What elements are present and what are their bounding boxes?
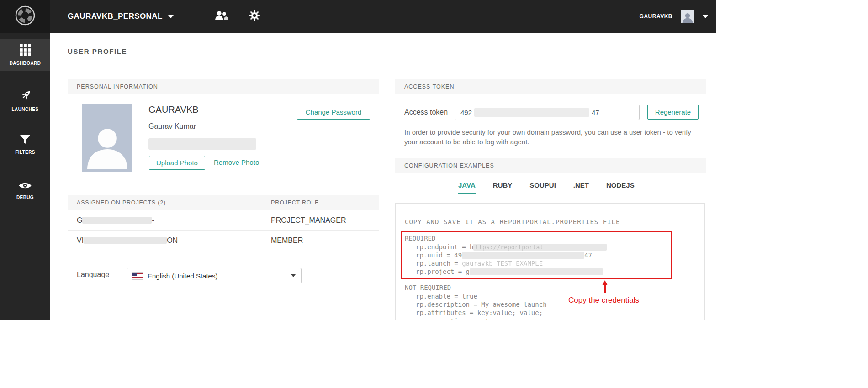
project-selector[interactable]: GAURAVKB_PERSONAL <box>68 12 174 21</box>
code-line-project: rp.project = g <box>416 267 603 276</box>
code-line-launch: rp.launch = gauravkb TEST EXAMPLE <box>416 259 543 267</box>
personal-information-header: PERSONAL INFORMATION <box>68 79 379 94</box>
sidebar-item-launches[interactable]: LAUNCHES <box>0 84 50 116</box>
project-row: G- PROJECT_MANAGER <box>68 210 379 231</box>
access-token-input[interactable]: 492 47 <box>455 105 640 120</box>
code-line-endpoint: rp.endpoint = https://reportportal <box>416 243 607 251</box>
profile-email-redacted <box>148 138 256 150</box>
project-name-redacted: G- <box>77 210 154 231</box>
configuration-examples-header: CONFIGURATION EXAMPLES <box>395 158 706 173</box>
role-column-header: PROJECT ROLE <box>271 195 319 210</box>
access-token-panel: ACCESS TOKEN Access token 492 47 Regener… <box>395 79 706 320</box>
project-selector-label: GAURAVKB_PERSONAL <box>68 12 163 21</box>
user-menu[interactable]: GAURAVKB <box>640 10 708 23</box>
project-row: VION MEMBER <box>68 231 379 250</box>
change-password-button[interactable]: Change Password <box>297 105 370 120</box>
profile-username: GAURAVKB <box>148 105 199 115</box>
annotation-up-arrow-icon <box>601 280 609 294</box>
access-token-header: ACCESS TOKEN <box>395 79 706 94</box>
token-value-redacted <box>474 108 589 117</box>
chevron-down-icon <box>168 15 174 18</box>
tab-dotnet[interactable]: .NET <box>573 181 589 194</box>
not-required-section-label: NOT REQUIRED <box>405 284 451 291</box>
sidebar-item-filters[interactable]: FILTERS <box>0 129 50 161</box>
members-icon <box>214 10 228 22</box>
language-selected-value: English (United States) <box>148 272 217 280</box>
members-button[interactable] <box>214 10 228 22</box>
debug-eye-icon <box>18 181 32 192</box>
topbar-username: GAURAVKB <box>640 13 672 20</box>
logo-shutter-icon <box>15 5 36 28</box>
topbar-divider <box>193 8 193 25</box>
projects-column-header: ASSIGNED ON PROJECTS (2) <box>77 195 166 210</box>
upload-photo-button[interactable]: Upload Photo <box>149 156 205 170</box>
code-line-enable: rp.enable = true <box>416 292 477 300</box>
token-value-start: 492 <box>460 109 472 116</box>
profile-full-name: Gaurav Kumar <box>148 122 196 131</box>
top-bar: GAURAVKB_PERSONAL <box>0 0 716 33</box>
sidebar: DASHBOARD LAUNCHES <box>0 33 50 320</box>
settings-gear-icon <box>249 10 260 23</box>
access-token-label: Access token <box>404 108 448 116</box>
project-redacted <box>470 268 603 275</box>
required-section-label: REQUIRED <box>405 235 435 242</box>
token-value-end: 47 <box>592 109 599 116</box>
regenerate-token-button[interactable]: Regenerate <box>647 105 699 120</box>
user-menu-chevron-icon[interactable] <box>703 15 708 18</box>
sidebar-item-debug[interactable]: DEBUG <box>0 174 50 206</box>
dashboard-grid-icon <box>20 44 31 58</box>
settings-button[interactable] <box>249 10 260 23</box>
config-code-block: COPY AND SAVE IT AS A REPORTPORTAL.PROPE… <box>395 203 705 320</box>
code-line-uuid: rp.uuid = 4947 <box>416 251 592 259</box>
code-line-attributes: rp.attributes = key:value; value; <box>416 309 543 317</box>
user-avatar[interactable] <box>681 10 694 23</box>
code-line-description: rp.description = My awesome launch <box>416 300 547 309</box>
reportportal-logo[interactable] <box>0 0 50 33</box>
launch-faded-value: gauravkb TEST EXAMPLE <box>462 260 543 267</box>
tab-ruby[interactable]: RUBY <box>493 181 513 194</box>
profile-photo-placeholder <box>82 104 132 172</box>
rocket-icon <box>19 89 32 104</box>
dropdown-caret-icon <box>291 274 296 277</box>
main-content: USER PROFILE PERSONAL INFORMATION GAURAV… <box>50 33 716 320</box>
tab-nodejs[interactable]: NODEJS <box>606 181 635 194</box>
sidebar-label-filters: FILTERS <box>15 150 35 155</box>
language-label: Language <box>77 271 109 279</box>
tab-java[interactable]: JAVA <box>458 181 476 194</box>
project-role: MEMBER <box>271 231 303 250</box>
app-window: GAURAVKB_PERSONAL <box>0 0 716 320</box>
personal-information-panel: PERSONAL INFORMATION GAURAVKB Gaurav Kum… <box>68 79 379 294</box>
endpoint-redacted: ttps://reportportal <box>473 244 607 251</box>
sidebar-item-dashboard[interactable]: DASHBOARD <box>0 39 50 71</box>
sidebar-label-dashboard: DASHBOARD <box>10 61 41 66</box>
tab-soupui[interactable]: SOUPUI <box>529 181 556 194</box>
code-file-note: COPY AND SAVE IT AS A REPORTPORTAL.PROPE… <box>405 218 620 225</box>
page-title: USER PROFILE <box>68 47 127 55</box>
uuid-redacted <box>462 252 584 259</box>
filter-funnel-icon <box>20 135 31 147</box>
config-language-tabs: JAVA RUBY SOUPUI .NET NODEJS <box>458 181 635 194</box>
project-name-redacted: VION <box>77 231 178 250</box>
access-token-note: In order to provide security for your ow… <box>404 127 692 147</box>
us-flag-icon <box>132 273 143 279</box>
language-dropdown[interactable]: English (United States) <box>127 268 302 283</box>
sidebar-label-launches: LAUNCHES <box>12 107 39 112</box>
code-line-convertimage: rp.convertimage = true <box>416 317 500 320</box>
sidebar-label-debug: DEBUG <box>16 195 34 200</box>
remove-photo-link[interactable]: Remove Photo <box>214 158 259 166</box>
project-name-blur <box>84 237 167 244</box>
projects-table-header: ASSIGNED ON PROJECTS (2) PROJECT ROLE <box>68 195 379 210</box>
project-role: PROJECT_MANAGER <box>271 210 346 231</box>
annotation-text: Copy the credentials <box>568 296 639 305</box>
project-name-blur <box>82 217 152 224</box>
